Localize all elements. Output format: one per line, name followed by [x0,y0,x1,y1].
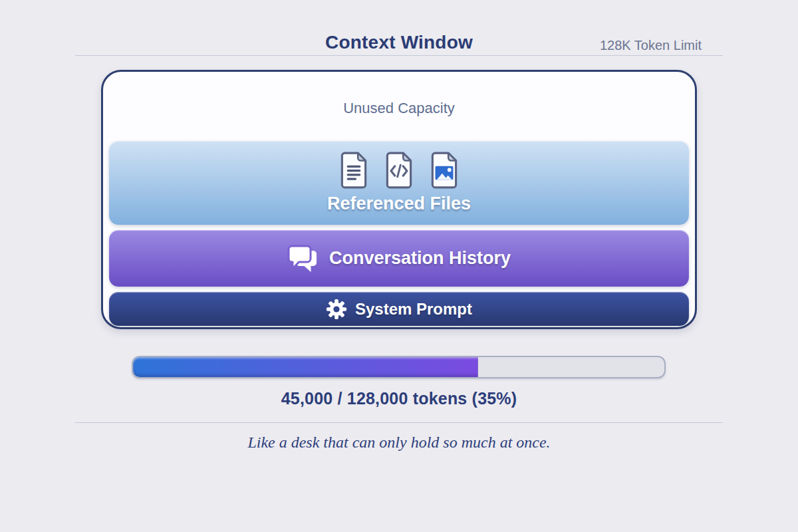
system-prompt-label: System Prompt [355,300,472,319]
image-file-icon [429,152,460,189]
header-divider [75,55,723,56]
document-file-icon [338,152,369,189]
referenced-files-bar: Referenced Files [109,141,689,225]
token-limit-label: 128K Token Limit [600,38,702,53]
conversation-history-bar: Conversation History [109,230,689,287]
unused-capacity-label: Unused Capacity [103,100,695,117]
progress-bar-fill [133,357,478,377]
token-usage-progress-bar [132,356,666,378]
token-usage-label: 45,000 / 128,000 tokens (35%) [0,389,798,408]
system-prompt-bar: System Prompt [109,292,689,326]
code-file-icon [384,152,414,189]
file-icons-row [338,152,460,189]
analogy-caption: Like a desk that can only hold so much a… [0,434,798,452]
footer-divider [75,422,723,423]
conversation-history-label: Conversation History [329,248,511,269]
referenced-files-label: Referenced Files [327,194,471,214]
gear-icon [326,299,347,320]
context-window-container: Unused Capacity [101,70,697,329]
context-window-infographic: Context Window 128K Token Limit Unused C… [0,0,798,532]
chat-bubbles-icon [287,245,319,273]
